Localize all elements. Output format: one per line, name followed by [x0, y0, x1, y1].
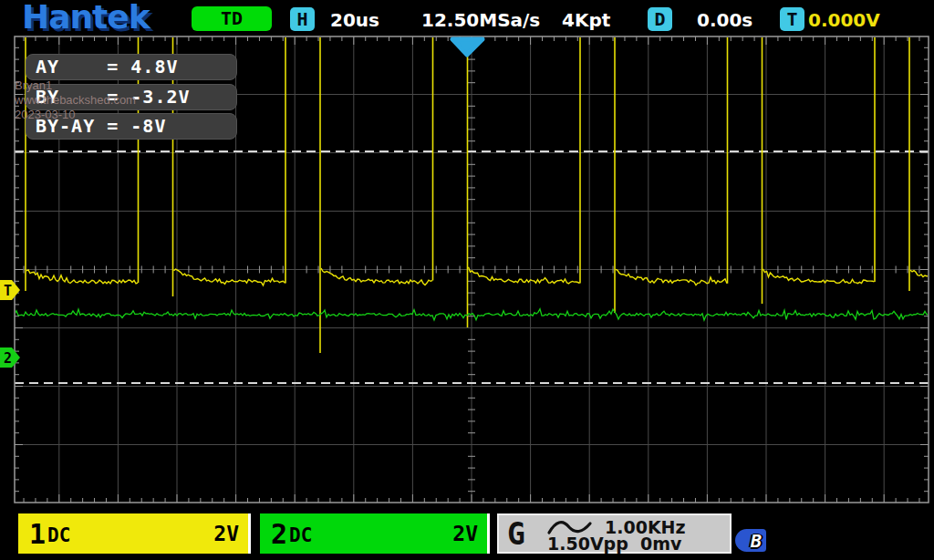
- ch1-low-segment: [174, 269, 285, 285]
- ch1-low-segment: [321, 268, 432, 285]
- svg-text:2: 2: [4, 350, 12, 367]
- watermark-author: Bryan1: [15, 78, 136, 93]
- trigger-position-marker[interactable]: [452, 39, 483, 55]
- svg-text:T: T: [4, 283, 12, 299]
- ch1-low-segment: [26, 270, 138, 284]
- cursor-ay-readout: AY = 4.8V: [26, 54, 237, 80]
- watermark-site: www.thebackshed.com: [15, 93, 136, 108]
- oscilloscope-screen: Hantek TD H 20us 12.50MSa/s 4Kpt D 0.00s…: [0, 0, 934, 560]
- ch1-low-segment: [763, 269, 875, 284]
- channel2-position-marker[interactable]: 2: [0, 347, 20, 368]
- watermark-date: 2023-03-10: [15, 108, 136, 122]
- ch1-low-segment: [616, 269, 727, 285]
- watermark: Bryan1 www.thebackshed.com 2023-03-10: [15, 78, 136, 122]
- trigger-level-marker[interactable]: T: [0, 280, 20, 300]
